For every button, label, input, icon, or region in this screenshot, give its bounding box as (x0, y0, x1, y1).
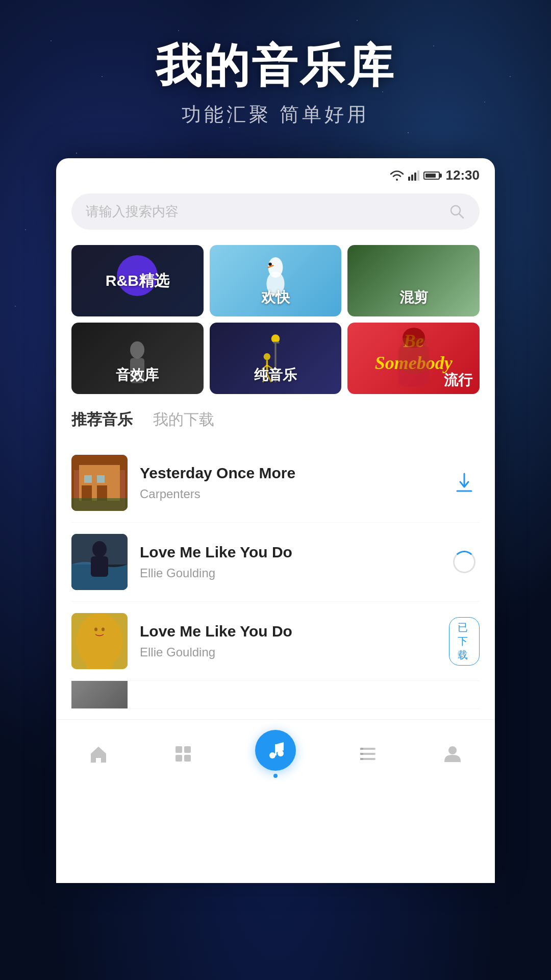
status-bar: 12:30 (56, 158, 495, 188)
nav-active-dot (273, 774, 278, 778)
svg-point-35 (92, 541, 107, 557)
battery-icon (423, 172, 440, 180)
song-info-2: Love Me Like You Do Ellie Goulding (140, 544, 437, 580)
svg-rect-15 (273, 342, 280, 344)
svg-point-42 (102, 628, 105, 631)
signal-icon (408, 170, 419, 181)
bottom-nav (56, 719, 495, 793)
song-item-partial[interactable] (71, 681, 480, 709)
status-time: 12:30 (446, 167, 480, 183)
song-action-2[interactable] (449, 551, 480, 573)
grid-icon (173, 744, 193, 764)
nav-icon-profile (440, 741, 465, 767)
category-mix-label: 混剪 (347, 283, 480, 312)
song-artist-2: Ellie Goulding (140, 566, 437, 580)
song-artist-1: Carpenters (140, 487, 437, 501)
svg-rect-49 (275, 744, 277, 755)
svg-point-41 (94, 628, 97, 631)
song-title-3: Love Me Like You Do (140, 623, 437, 640)
svg-rect-31 (71, 498, 128, 511)
song-thumb-1 (71, 455, 128, 511)
song-info-1: Yesterday Once More Carpenters (140, 464, 437, 501)
svg-rect-46 (184, 755, 191, 762)
svg-rect-30 (97, 475, 105, 483)
song-info-3: Love Me Like You Do Ellie Goulding (140, 623, 437, 659)
status-icons (390, 170, 440, 181)
category-rnb-label: R&B精选 (71, 265, 204, 297)
tab-recommend[interactable]: 推荐音乐 (71, 409, 133, 433)
nav-music-btn[interactable] (255, 730, 296, 771)
song-title-1: Yesterday Once More (140, 464, 437, 482)
search-placeholder: 请输入搜索内容 (86, 203, 442, 220)
app-card: 12:30 请输入搜索内容 R&B精选 (56, 158, 495, 883)
music-note-icon (265, 740, 286, 761)
search-icon (449, 204, 465, 220)
svg-rect-43 (176, 746, 182, 753)
song-thumb-2 (71, 534, 128, 590)
song-item[interactable]: Yesterday Once More Carpenters (71, 444, 480, 523)
svg-rect-45 (176, 755, 182, 762)
svg-rect-36 (91, 556, 108, 577)
person-icon (442, 744, 463, 764)
song-list: Yesterday Once More Carpenters (56, 444, 495, 709)
category-sfx[interactable]: 音效库 (71, 323, 204, 394)
song-cover-3 (71, 613, 128, 669)
loading-spinner (453, 551, 475, 573)
category-mix[interactable]: 混剪 (347, 245, 480, 316)
song-cover-1 (71, 455, 128, 511)
house-icon (88, 744, 109, 764)
nav-item-music[interactable] (255, 730, 296, 778)
category-pop[interactable]: BeSomebody 流行 (347, 323, 480, 394)
song-action-1[interactable] (449, 472, 480, 494)
song-item[interactable]: Love Me Like You Do Ellie Goulding (71, 523, 480, 602)
category-happy[interactable]: 欢快 (210, 245, 342, 316)
category-pure-label: 纯音乐 (210, 360, 342, 390)
category-happy-label: 欢快 (210, 283, 342, 312)
downloaded-badge: 已下载 (449, 617, 480, 666)
svg-rect-54 (360, 753, 363, 755)
svg-line-5 (459, 214, 463, 218)
pop-silhouette (388, 323, 439, 394)
nav-item-discover[interactable] (170, 741, 196, 767)
nav-item-profile[interactable] (440, 741, 465, 767)
category-pop-label: 流行 (444, 371, 472, 390)
svg-rect-53 (360, 748, 363, 750)
svg-point-11 (130, 341, 144, 359)
svg-rect-1 (411, 175, 413, 181)
svg-rect-29 (84, 475, 92, 483)
category-grid: R&B精选 欢快 混剪 (71, 245, 480, 394)
download-icon[interactable] (454, 472, 474, 494)
page-subtitle: 功能汇聚 简单好用 (0, 102, 551, 128)
svg-point-9 (268, 262, 271, 265)
category-pure[interactable]: 纯音乐 (210, 323, 342, 394)
svg-rect-0 (408, 177, 410, 181)
song-title-2: Love Me Like You Do (140, 544, 437, 561)
nav-icon-list (355, 741, 381, 767)
song-cover-2 (71, 534, 128, 590)
song-item[interactable]: Love Me Like You Do Ellie Goulding 已下载 (71, 602, 480, 681)
song-artist-3: Ellie Goulding (140, 645, 437, 659)
nav-item-home[interactable] (86, 741, 111, 767)
category-sfx-label: 音效库 (71, 360, 204, 390)
nav-item-list[interactable] (355, 741, 381, 767)
song-action-3[interactable]: 已下载 (449, 617, 480, 666)
nav-icon-home (86, 741, 111, 767)
wifi-icon (390, 170, 404, 181)
tabs-row: 推荐音乐 我的下载 (71, 409, 480, 433)
category-rnb[interactable]: R&B精选 (71, 245, 204, 316)
nav-icon-grid (170, 741, 196, 767)
search-bar[interactable]: 请输入搜索内容 (71, 193, 480, 230)
svg-rect-55 (360, 758, 363, 760)
page-title: 我的音乐库 (0, 41, 551, 91)
song-thumb-4 (71, 681, 128, 709)
tab-download[interactable]: 我的下载 (153, 409, 214, 433)
svg-point-56 (448, 746, 457, 754)
svg-rect-2 (414, 173, 416, 181)
svg-rect-3 (417, 170, 419, 181)
list-icon (358, 744, 378, 764)
svg-point-16 (264, 353, 270, 360)
song-thumb-3 (71, 613, 128, 669)
svg-rect-44 (184, 746, 191, 753)
svg-point-47 (269, 752, 276, 758)
